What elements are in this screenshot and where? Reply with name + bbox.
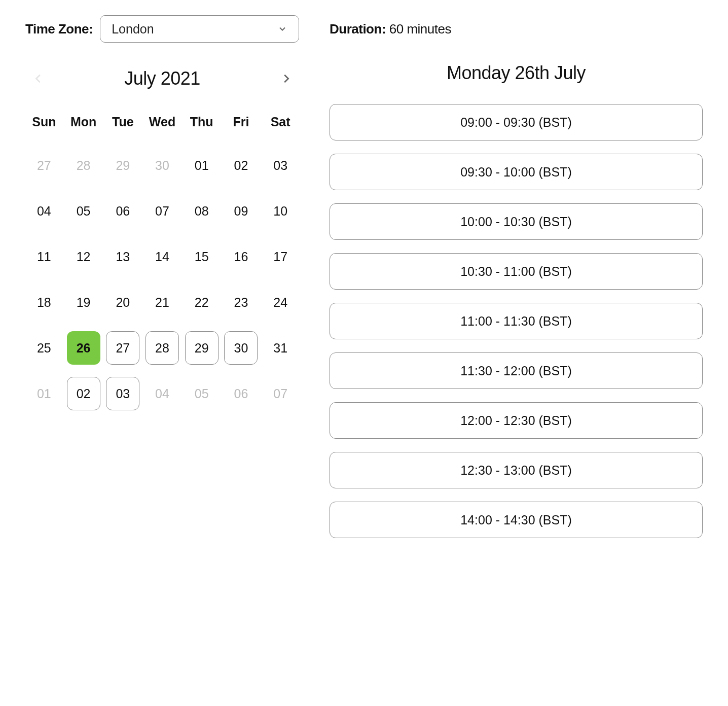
calendar-day-cell: 30: [223, 330, 260, 366]
calendar-day: 08: [185, 194, 219, 228]
calendar-day: 18: [27, 286, 61, 319]
time-slot[interactable]: 09:30 - 10:00 (BST): [330, 154, 703, 190]
calendar-day-cell: 24: [262, 285, 299, 320]
calendar-day-cell: 05: [183, 376, 221, 411]
month-navigation: July 2021: [25, 68, 299, 89]
calendar-day-cell: 01: [25, 376, 63, 411]
calendar-day-cell: 10: [262, 193, 299, 229]
calendar-day-cell: 27: [25, 148, 63, 183]
calendar-day: 21: [145, 286, 179, 319]
calendar-day-cell: 31: [262, 330, 299, 366]
calendar-day-cell: 29: [183, 330, 221, 366]
calendar-day-cell: 18: [25, 285, 63, 320]
calendar-day-cell: 13: [104, 239, 141, 274]
time-slot[interactable]: 11:00 - 11:30 (BST): [330, 303, 703, 339]
calendar-day[interactable]: 02: [67, 377, 100, 410]
calendar-grid: SunMonTueWedThuFriSat2728293001020304050…: [25, 115, 299, 411]
calendar-day: 01: [27, 377, 61, 410]
calendar-day: 22: [185, 286, 219, 319]
calendar-day: 09: [224, 194, 258, 228]
selected-date-title: Monday 26th July: [330, 62, 703, 84]
calendar-day-cell: 25: [25, 330, 63, 366]
prev-month-button[interactable]: [29, 69, 48, 88]
calendar-day: 04: [27, 194, 61, 228]
calendar-day-cell: 20: [104, 285, 141, 320]
calendar-day-cell: 06: [223, 376, 260, 411]
day-of-week-header: Wed: [143, 115, 181, 137]
time-slot[interactable]: 10:00 - 10:30 (BST): [330, 203, 703, 240]
calendar-day-cell: 22: [183, 285, 221, 320]
calendar-day: 14: [145, 240, 179, 273]
time-slot[interactable]: 12:00 - 12:30 (BST): [330, 402, 703, 439]
calendar-day-cell: 15: [183, 239, 221, 274]
calendar-day: 30: [145, 149, 179, 182]
calendar-day: 15: [185, 240, 219, 273]
calendar-day-cell: 29: [104, 148, 141, 183]
calendar-day[interactable]: 28: [145, 331, 179, 365]
calendar-day: 12: [67, 240, 100, 273]
day-of-week-header: Mon: [65, 115, 102, 137]
duration-label: Duration:: [330, 21, 386, 37]
calendar-day-cell: 06: [104, 193, 141, 229]
month-title: July 2021: [124, 68, 200, 89]
calendar-day[interactable]: 03: [106, 377, 139, 410]
calendar-day[interactable]: 26: [67, 331, 100, 365]
timezone-selected-value: London: [112, 22, 154, 37]
calendar-day[interactable]: 29: [185, 331, 219, 365]
calendar-day[interactable]: 27: [106, 331, 139, 365]
calendar-day: 16: [224, 240, 258, 273]
calendar-day-cell: 09: [223, 193, 260, 229]
calendar-day: 31: [264, 331, 297, 365]
time-slot[interactable]: 11:30 - 12:00 (BST): [330, 352, 703, 389]
calendar-day-cell: 07: [143, 193, 181, 229]
calendar-day: 17: [264, 240, 297, 273]
calendar-day-cell: 16: [223, 239, 260, 274]
calendar-day-cell: 26: [65, 330, 102, 366]
time-slot[interactable]: 10:30 - 11:00 (BST): [330, 253, 703, 290]
calendar-day-cell: 30: [143, 148, 181, 183]
timezone-label: Time Zone:: [25, 21, 93, 37]
calendar-day-cell: 03: [104, 376, 141, 411]
day-of-week-header: Sun: [25, 115, 63, 137]
calendar-day: 01: [185, 149, 219, 182]
calendar-day: 24: [264, 286, 297, 319]
calendar-day: 07: [264, 377, 297, 410]
calendar-day-cell: 08: [183, 193, 221, 229]
calendar-day: 20: [106, 286, 139, 319]
calendar-day: 04: [145, 377, 179, 410]
calendar-day-cell: 23: [223, 285, 260, 320]
time-slot[interactable]: 14:00 - 14:30 (BST): [330, 502, 703, 538]
timezone-select[interactable]: London: [100, 15, 299, 43]
day-of-week-header: Tue: [104, 115, 141, 137]
calendar-day: 11: [27, 240, 61, 273]
calendar-day: 07: [145, 194, 179, 228]
time-slot[interactable]: 09:00 - 09:30 (BST): [330, 104, 703, 140]
calendar-day-cell: 11: [25, 239, 63, 274]
calendar-day-cell: 04: [143, 376, 181, 411]
chevron-down-icon: [277, 24, 287, 34]
calendar-day-cell: 02: [65, 376, 102, 411]
next-month-button[interactable]: [277, 69, 295, 88]
calendar-day-cell: 28: [143, 330, 181, 366]
chevron-right-icon: [280, 72, 292, 86]
calendar-day-cell: 19: [65, 285, 102, 320]
calendar-day: 29: [106, 149, 139, 182]
calendar-day-cell: 05: [65, 193, 102, 229]
calendar-day-cell: 27: [104, 330, 141, 366]
calendar-day-cell: 02: [223, 148, 260, 183]
calendar-day: 05: [67, 194, 100, 228]
calendar-day: 28: [67, 149, 100, 182]
calendar-day[interactable]: 30: [224, 331, 258, 365]
calendar-day-cell: 17: [262, 239, 299, 274]
duration-value: 60 minutes: [389, 21, 451, 37]
time-slot[interactable]: 12:30 - 13:00 (BST): [330, 452, 703, 488]
calendar-day: 02: [224, 149, 258, 182]
calendar-day: 13: [106, 240, 139, 273]
calendar-day-cell: 21: [143, 285, 181, 320]
chevron-left-icon: [33, 72, 44, 86]
calendar-day-cell: 04: [25, 193, 63, 229]
calendar-day: 19: [67, 286, 100, 319]
calendar-day-cell: 07: [262, 376, 299, 411]
calendar-day: 25: [27, 331, 61, 365]
calendar-day-cell: 03: [262, 148, 299, 183]
